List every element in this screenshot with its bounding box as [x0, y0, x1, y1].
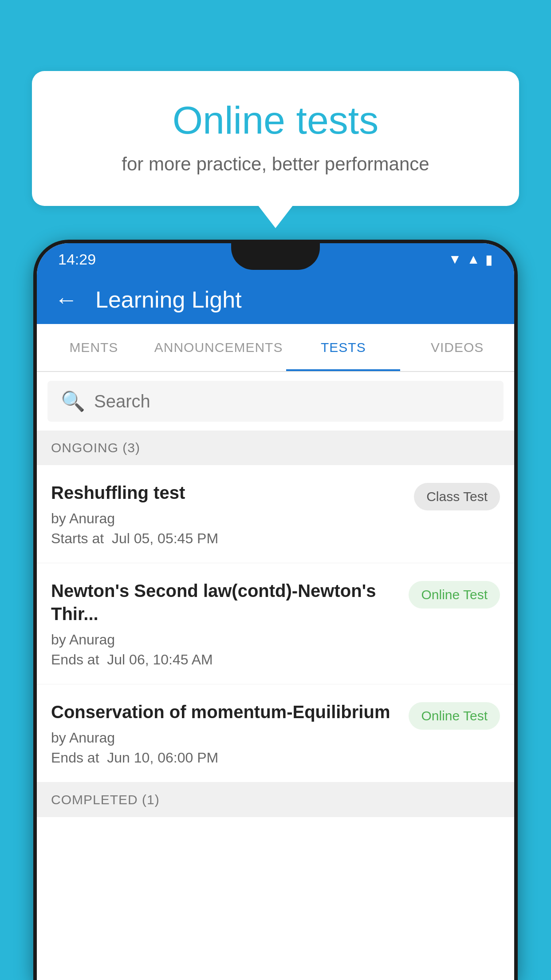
tab-announcements[interactable]: ANNOUNCEMENTS	[151, 324, 287, 371]
search-bar: 🔍	[47, 381, 504, 422]
test-info: Newton's Second law(contd)-Newton's Thir…	[51, 579, 409, 668]
completed-section-header: COMPLETED (1)	[37, 782, 514, 817]
status-bar: 14:29 ▼ ▲ ▮	[37, 243, 514, 275]
tab-tests[interactable]: TESTS	[286, 324, 400, 371]
app-title: Learning Light	[95, 286, 242, 313]
test-info: Conservation of momentum-Equilibrium by …	[51, 700, 409, 766]
speech-bubble: Online tests for more practice, better p…	[32, 71, 519, 206]
test-item[interactable]: Newton's Second law(contd)-Newton's Thir…	[37, 563, 514, 684]
search-icon: 🔍	[61, 390, 85, 413]
bubble-title: Online tests	[67, 98, 484, 143]
test-name: Newton's Second law(contd)-Newton's Thir…	[51, 579, 400, 625]
test-info: Reshuffling test by Anurag Starts at Jul…	[51, 481, 414, 547]
back-button[interactable]: ←	[55, 286, 78, 313]
signal-icon: ▲	[467, 252, 480, 267]
tabs-container: MENTS ANNOUNCEMENTS TESTS VIDEOS	[37, 324, 514, 372]
tab-videos[interactable]: VIDEOS	[400, 324, 514, 371]
test-badge-class: Class Test	[414, 483, 500, 510]
test-by: by Anurag	[51, 730, 400, 746]
phone-inner: 14:29 ▼ ▲ ▮ ← Learning Light MENTS ANNOU…	[37, 243, 514, 980]
search-input[interactable]	[94, 391, 490, 411]
test-badge-online: Online Test	[409, 581, 500, 609]
test-time: Ends at Jul 06, 10:45 AM	[51, 652, 400, 668]
status-time: 14:29	[58, 251, 96, 268]
notch	[231, 243, 320, 270]
ongoing-section-header: ONGOING (3)	[37, 431, 514, 465]
tab-ments[interactable]: MENTS	[37, 324, 151, 371]
test-item[interactable]: Reshuffling test by Anurag Starts at Jul…	[37, 465, 514, 563]
status-icons: ▼ ▲ ▮	[449, 252, 493, 267]
test-by: by Anurag	[51, 510, 405, 527]
test-list: Reshuffling test by Anurag Starts at Jul…	[37, 465, 514, 782]
phone-frame: 14:29 ▼ ▲ ▮ ← Learning Light MENTS ANNOU…	[33, 240, 518, 980]
test-by: by Anurag	[51, 632, 400, 648]
test-name: Conservation of momentum-Equilibrium	[51, 700, 400, 723]
wifi-icon: ▼	[449, 252, 462, 267]
test-item[interactable]: Conservation of momentum-Equilibrium by …	[37, 684, 514, 782]
battery-icon: ▮	[485, 252, 493, 267]
test-name: Reshuffling test	[51, 481, 405, 504]
bubble-subtitle: for more practice, better performance	[67, 154, 484, 175]
app-bar: ← Learning Light	[37, 275, 514, 324]
test-time: Ends at Jun 10, 06:00 PM	[51, 750, 400, 766]
test-time: Starts at Jul 05, 05:45 PM	[51, 530, 405, 547]
test-badge-online-2: Online Test	[409, 702, 500, 730]
